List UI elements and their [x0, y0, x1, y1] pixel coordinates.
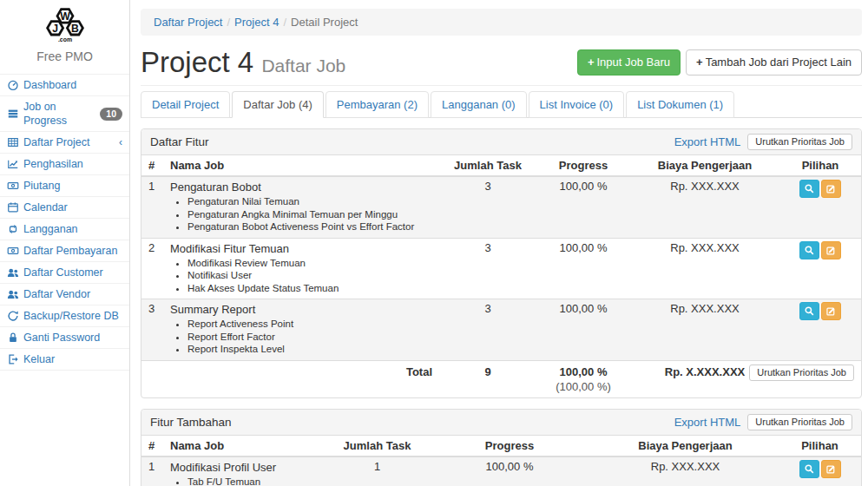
jumlah-task-value: 3	[439, 176, 536, 238]
sidebar-item-penghasilan[interactable]: Penghasilan	[0, 154, 129, 174]
col-header-jumlah-task: Jumlah Task	[327, 436, 427, 456]
tab-pembayaran[interactable]: Pembayaran (2)	[326, 91, 429, 118]
sidebar-item-piutang[interactable]: Piutang	[0, 175, 129, 196]
sidebar-item-job-on-progress[interactable]: Job on Progress10	[0, 96, 129, 131]
jumlah-task-value: 3	[439, 238, 536, 299]
subtask: Report Effort Factor	[187, 331, 432, 344]
job-name-cell: Modifikasi Fitur Temuan Modifikasi Revie…	[163, 238, 439, 299]
logo[interactable]: W J B .com Free PMO	[0, 0, 129, 65]
tasks-icon	[7, 108, 19, 120]
table-header-row: # Nama Job Jumlah Task Progress Biaya Pe…	[141, 155, 861, 176]
col-header-no: #	[141, 155, 163, 176]
subtask: Pengaturan Bobot Activeness Point vs Eff…	[187, 220, 432, 233]
sidebar-item-daftar-pembayaran[interactable]: Daftar Pembayaran	[0, 240, 129, 261]
svg-text:J: J	[52, 23, 58, 35]
tambah-job-dari-project-lain-button[interactable]: +Tambah Job dari Project Lain	[686, 49, 862, 76]
breadcrumb-daftar-project[interactable]: Daftar Project	[154, 16, 222, 29]
tab-daftar-job[interactable]: Daftar Job (4)	[232, 91, 323, 118]
table-row: 2 Modifikasi Fitur Temuan Modifikasi Rev…	[141, 238, 861, 299]
col-header-no: #	[141, 436, 163, 456]
daftar-fitur-table: # Nama Job Jumlah Task Progress Biaya Pe…	[141, 155, 861, 397]
job-name-cell: Summary Report Report Activeness Point R…	[163, 299, 439, 361]
money-icon	[7, 245, 19, 257]
total-tasks: 9	[439, 360, 536, 397]
sidebar-menu: Dashboard Job on Progress10 Daftar Proje…	[0, 74, 129, 371]
table-header-row: # Nama Job Jumlah Task Progress Biaya Pe…	[141, 436, 861, 456]
total-row: Total 9 100,00 % (100,00 %) Rp. X.XXX.XX…	[141, 360, 861, 397]
export-html-link[interactable]: Export HTML	[674, 135, 741, 148]
col-header-nama-job: Nama Job	[163, 436, 327, 456]
row-number: 2	[141, 238, 163, 299]
sidebar-item-daftar-customer[interactable]: Daftar Customer	[0, 262, 129, 283]
view-job-button[interactable]	[799, 302, 819, 320]
biaya-value: Rp. XXX.XXX	[630, 238, 779, 299]
main-content: Daftar Project/Project 4/Detail Project …	[130, 0, 868, 486]
edit-icon	[825, 245, 837, 256]
panel-daftar-fitur: Daftar Fitur Export HTML Urutkan Priorit…	[141, 128, 862, 398]
total-actions-cell: Urutkan Prioritas Job	[779, 360, 861, 397]
view-job-button[interactable]	[799, 180, 819, 198]
jumlah-task-value: 1	[327, 456, 427, 486]
edit-job-button[interactable]	[821, 180, 841, 198]
subtask: Hak Akses Update Status Temuan	[187, 282, 432, 295]
tab-langganan[interactable]: Langganan (0)	[431, 91, 527, 118]
panel-fitur-tambahan-heading: Fitur Tambahan Export HTML Urutkan Prior…	[141, 410, 861, 436]
search-icon	[804, 245, 815, 256]
job-count-badge: 10	[100, 108, 122, 121]
actions-cell	[779, 176, 861, 238]
actions-cell	[779, 238, 861, 299]
app-window: W J B .com Free PMO Dashboard Job on Pro…	[0, 0, 868, 486]
sidebar-item-ganti-password[interactable]: Ganti Password	[0, 327, 129, 348]
progress-value: 100,00 %	[427, 456, 592, 486]
urutkan-prioritas-job-button[interactable]: Urutkan Prioritas Job	[749, 364, 854, 381]
sidebar-item-calendar[interactable]: Calendar	[0, 197, 129, 218]
edit-job-button[interactable]	[821, 460, 841, 478]
table-row: 1 Pengaturan Bobot Pengaturan Nilai Temu…	[141, 176, 861, 238]
row-number: 3	[141, 299, 163, 361]
sidebar-item-daftar-vendor[interactable]: Daftar Vendor	[0, 284, 129, 305]
page-header: Project 4 Daftar Job +Input Job Baru +Ta…	[141, 47, 862, 86]
urutkan-prioritas-job-button[interactable]: Urutkan Prioritas Job	[747, 134, 852, 150]
edit-job-button[interactable]	[821, 241, 841, 259]
brand-name: Free PMO	[0, 49, 129, 63]
sign-out-icon	[7, 353, 19, 365]
table-row: 3 Summary Report Report Activeness Point…	[141, 299, 861, 361]
view-job-button[interactable]	[799, 241, 819, 259]
subtask-list: Modifikasi Review Temuan Notifikasi User…	[175, 257, 432, 295]
tab-detail-project[interactable]: Detail Project	[141, 91, 230, 118]
breadcrumb-separator: /	[279, 16, 291, 29]
chevron-left-icon: ‹	[119, 135, 122, 149]
page-subtitle: Daftar Job	[261, 56, 345, 76]
total-label: Total	[163, 360, 439, 397]
sidebar-item-langganan[interactable]: Langganan	[0, 219, 129, 240]
search-icon	[804, 463, 815, 475]
edit-job-button[interactable]	[821, 302, 841, 320]
lock-icon	[7, 332, 19, 344]
export-html-link[interactable]: Export HTML	[674, 416, 741, 429]
subtask: Pengaturan Angka Minimal Temuan per Ming…	[187, 208, 432, 221]
sidebar-item-dashboard[interactable]: Dashboard	[0, 75, 129, 95]
users-icon	[7, 288, 19, 300]
sidebar-item-daftar-project[interactable]: Daftar Project‹	[0, 132, 129, 153]
calendar-icon	[7, 201, 19, 213]
actions-cell	[779, 299, 861, 361]
job-name-cell: Pengaturan Bobot Pengaturan Nilai Temuan…	[163, 176, 439, 238]
sidebar-item-backup-restore-db[interactable]: Backup/Restore DB	[0, 305, 129, 326]
row-number: 1	[141, 456, 163, 486]
breadcrumb-project-4[interactable]: Project 4	[234, 16, 279, 29]
breadcrumb-current: Detail Project	[291, 16, 358, 29]
svg-text:W: W	[60, 10, 70, 23]
subtask-list: Tab F/U Temuan	[175, 476, 320, 486]
edit-icon	[825, 305, 837, 317]
job-name-cell: Modifikasi Profil User Tab F/U Temuan	[163, 456, 327, 486]
tab-list-dokumen[interactable]: List Dokumen (1)	[626, 91, 734, 118]
urutkan-prioritas-job-button[interactable]: Urutkan Prioritas Job	[747, 414, 852, 430]
refresh-icon	[7, 310, 19, 322]
search-icon	[804, 305, 815, 317]
input-job-baru-button[interactable]: +Input Job Baru	[577, 49, 681, 76]
line-chart-icon	[7, 158, 19, 170]
tab-list-invoice[interactable]: List Invoice (0)	[529, 91, 625, 118]
view-job-button[interactable]	[799, 460, 819, 478]
project-tabs: Detail Project Daftar Job (4) Pembayaran…	[141, 91, 862, 118]
sidebar-item-keluar[interactable]: Keluar	[0, 349, 129, 370]
